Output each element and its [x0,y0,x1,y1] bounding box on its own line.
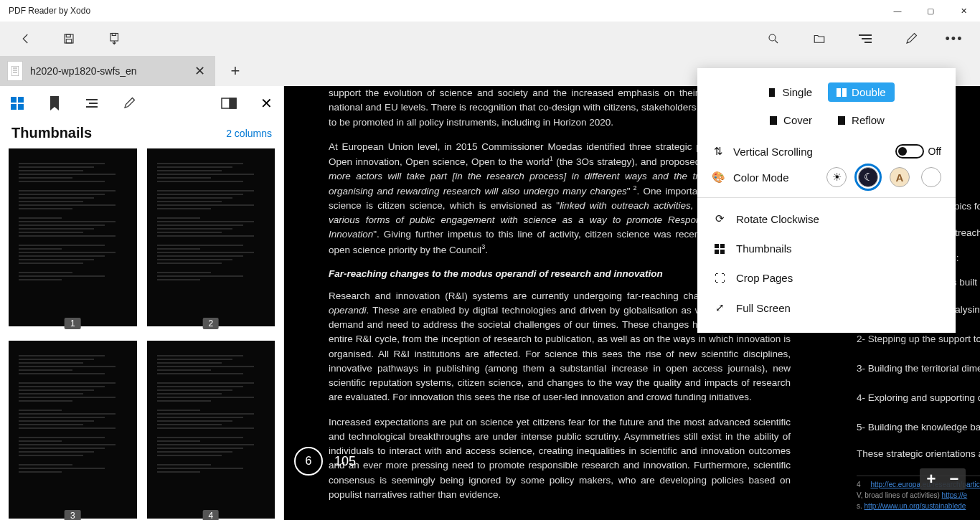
layout-double[interactable]: Double [828,82,895,102]
app-title: PDF Reader by Xodo [9,6,90,16]
vertical-scroll-icon: ⇅ [712,145,725,158]
svg-rect-19 [770,116,777,125]
crop-pages[interactable]: ⛶Crop Pages [697,263,956,293]
svg-rect-22 [720,244,725,248]
open-folder-button[interactable] [796,22,842,56]
crop-icon: ⛶ [713,272,726,284]
annotate-tab-button[interactable] [116,90,142,116]
sidebar-title: Thumbnails [11,125,92,141]
save-button[interactable] [46,22,92,56]
tab-close-button[interactable]: ✕ [192,63,208,79]
layout-reflow[interactable]: Reflow [828,110,893,130]
svg-rect-24 [720,250,725,254]
back-button[interactable] [6,22,46,56]
svg-rect-15 [230,98,236,108]
thumb-number: 1 [65,318,81,329]
svg-rect-11 [18,97,24,103]
vertical-scroll-toggle[interactable] [895,144,924,159]
thumbnails-grid: 1 2 3 4 5 6 [0,148,283,520]
window-titlebar: PDF Reader by Xodo — ▢ ✕ [0,0,980,22]
svg-point-5 [769,34,776,41]
fullscreen-icon: ⤢ [713,301,726,314]
thumbnail-3[interactable]: 3 [9,341,137,519]
svg-rect-21 [715,244,719,248]
svg-rect-6 [11,66,19,76]
page-indicator: 6 105 [294,447,356,476]
svg-rect-4 [112,34,116,36]
thumbnail-1[interactable]: 1 [9,148,137,326]
color-none[interactable] [921,167,941,187]
color-light[interactable]: ☀ [826,167,847,187]
thumbnail-4[interactable]: 4 [147,341,275,519]
outline-tab-button[interactable] [79,90,105,116]
main-toolbar: ••• [0,22,980,56]
thumb-number: 2 [202,318,219,329]
svg-rect-2 [66,39,72,43]
total-pages: 105 [334,454,356,469]
new-tab-button[interactable]: + [215,56,255,86]
svg-rect-3 [110,34,118,42]
svg-rect-13 [18,104,24,110]
color-dark[interactable]: ☾ [858,167,878,187]
layout-cover[interactable]: Cover [760,110,821,130]
palette-icon: 🎨 [712,171,725,184]
grid-icon [713,244,726,254]
svg-rect-16 [769,88,775,97]
svg-rect-1 [66,34,70,37]
save-as-button[interactable] [92,22,138,56]
layout-single[interactable]: Single [758,82,821,102]
svg-rect-17 [837,88,841,97]
rotate-icon: ⟳ [713,212,726,225]
bookmarks-tab-button[interactable] [42,90,67,116]
thumbnails-action[interactable]: Thumbnails [697,234,956,263]
panel-layout-button[interactable] [216,90,242,116]
color-sepia[interactable]: A [890,167,910,187]
more-button[interactable]: ••• [934,22,974,56]
edit-button[interactable] [888,22,934,56]
sidebar-toolbar: ✕ [0,86,283,120]
sidebar: ✕ Thumbnails 2 columns 1 2 3 4 5 6 [0,86,284,520]
close-sidebar-button[interactable]: ✕ [253,90,279,116]
minimize-button[interactable]: — [881,0,914,22]
zoom-out-button[interactable]: − [943,468,966,490]
tab-label: h2020-wp1820-swfs_en [30,65,184,77]
vertical-scrolling-row[interactable]: ⇅ Vertical Scrolling Off [697,140,956,163]
zoom-in-button[interactable]: + [920,468,943,490]
maximize-button[interactable]: ▢ [914,0,947,22]
close-window-button[interactable]: ✕ [947,0,980,22]
document-tab[interactable]: h2020-wp1820-swfs_en ✕ [0,56,215,86]
view-settings-popover: Single Double Cover Reflow ⇅ Vertical Sc… [697,68,956,333]
thumb-number: 3 [65,510,81,520]
document-icon [7,61,23,81]
zoom-controls: + − [920,468,966,490]
svg-rect-23 [715,250,719,254]
thumb-number: 4 [202,510,219,520]
thumbnail-2[interactable]: 2 [147,148,275,326]
view-settings-button[interactable] [842,22,888,56]
svg-rect-12 [11,104,17,110]
rotate-clockwise[interactable]: ⟳Rotate Clockwise [697,204,956,234]
columns-link[interactable]: 2 columns [226,128,272,139]
current-page[interactable]: 6 [294,447,323,476]
thumbnails-tab-button[interactable] [4,90,30,116]
search-button[interactable] [750,22,796,56]
svg-rect-18 [842,88,847,97]
color-mode-row: 🎨 Color Mode ☀ ☾ A [697,163,956,192]
full-screen[interactable]: ⤢Full Screen [697,293,956,323]
view-settings-icon [859,32,872,45]
svg-rect-10 [11,97,17,103]
outline-icon [86,97,98,110]
svg-rect-20 [838,116,845,125]
